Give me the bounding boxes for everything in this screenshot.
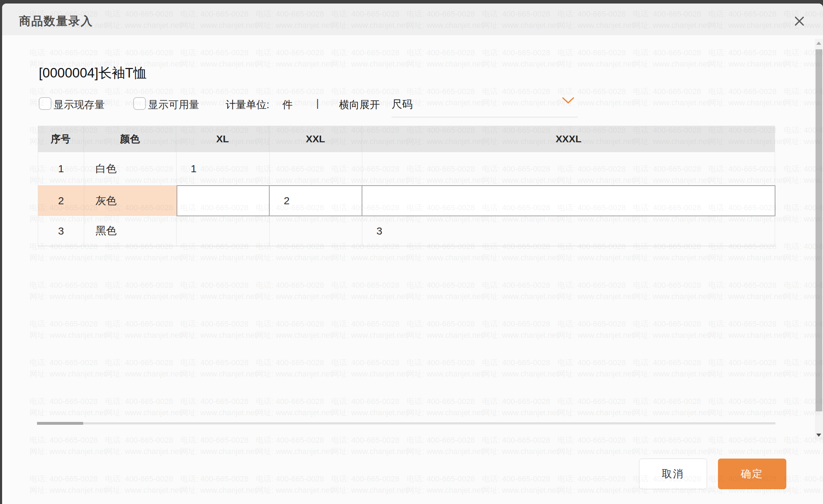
expand-dimension-select[interactable]: 尺码 <box>392 96 578 117</box>
show-stock-checkbox[interactable] <box>39 97 51 110</box>
confirm-button[interactable]: 确定 <box>718 459 786 489</box>
col-header-xxxl: XXXL <box>362 126 775 152</box>
horizontal-scrollbar-thumb[interactable] <box>37 422 83 425</box>
cell-color: 黑色 <box>84 216 177 246</box>
cell-index: 1 <box>38 152 84 185</box>
col-header-xxl: XXL <box>269 126 362 152</box>
separator: | <box>316 97 319 109</box>
cell-index: 3 <box>38 216 84 246</box>
horizontal-scrollbar[interactable] <box>37 422 775 424</box>
show-stock-label[interactable]: 显示现存量 <box>54 98 105 112</box>
scroll-up-icon[interactable] <box>816 42 821 45</box>
cell-index: 2 <box>38 186 84 216</box>
vertical-scrollbar-thumb[interactable] <box>816 49 822 411</box>
qty-input-xxxl[interactable] <box>362 185 775 216</box>
close-button[interactable] <box>792 15 806 29</box>
col-header-xl: XL <box>176 126 269 152</box>
dialog-titlebar: 商品数量录入 <box>2 4 823 35</box>
quantity-entry-dialog: 商品数量录入 [0000004]长袖T恤 显示现存量 显示可用量 计量单位: 件… <box>2 4 823 504</box>
scroll-down-icon[interactable] <box>816 434 821 437</box>
expand-label: 横向展开 <box>339 98 380 112</box>
qty-input-xl[interactable] <box>177 185 270 216</box>
cell-color: 白色 <box>84 152 177 185</box>
col-header-index: 序号 <box>38 126 84 152</box>
unit-label: 计量单位: <box>226 98 269 112</box>
cell-qty-xl[interactable] <box>177 216 270 246</box>
expand-dimension-value: 尺码 <box>392 97 413 112</box>
cell-qty-xxl[interactable] <box>270 152 362 185</box>
show-available-checkbox[interactable] <box>133 97 146 110</box>
vertical-scrollbar[interactable] <box>815 39 823 440</box>
cell-qty-xl[interactable]: 1 <box>177 152 270 185</box>
cell-qty-xxxl[interactable] <box>362 152 775 185</box>
dialog-title: 商品数量录入 <box>19 13 93 29</box>
unit-value: 件 <box>282 98 293 112</box>
qty-input-xxl[interactable]: 2 <box>269 185 362 216</box>
table-header-row: 序号 颜色 XL XXL XXXL <box>38 126 775 152</box>
show-available-label[interactable]: 显示可用量 <box>148 98 199 112</box>
close-icon <box>794 16 805 28</box>
cell-qty-xxxl[interactable]: 3 <box>362 216 775 246</box>
cancel-button[interactable]: 取消 <box>639 459 707 489</box>
table-row-selected: 2 灰色 2 <box>38 186 775 216</box>
col-header-color: 颜色 <box>84 126 176 152</box>
cell-qty-xxl[interactable] <box>270 216 362 246</box>
table-row: 1 白色 1 <box>38 152 775 186</box>
product-title: [0000004]长袖T恤 <box>39 64 147 82</box>
cell-color: 灰色 <box>84 186 177 216</box>
chevron-down-icon <box>562 97 574 106</box>
table-row: 3 黑色 3 <box>38 216 775 246</box>
